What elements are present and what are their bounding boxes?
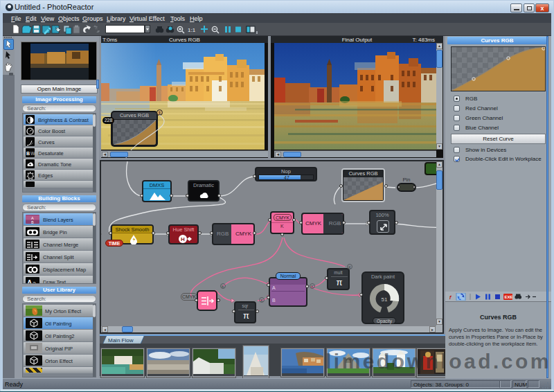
svg-text:B: B [31, 220, 34, 224]
svg-text:51: 51 [382, 296, 388, 303]
svg-text:𝑓: 𝑓 [449, 294, 452, 301]
svg-text:EXE: EXE [505, 295, 513, 299]
svg-text:1:1: 1:1 [188, 27, 196, 33]
svg-text:A: A [27, 279, 32, 284]
svg-text:W: W [30, 151, 35, 156]
svg-text:B: B [26, 151, 30, 156]
svg-text:a: a [33, 280, 36, 284]
svg-text:H: H [181, 236, 185, 242]
